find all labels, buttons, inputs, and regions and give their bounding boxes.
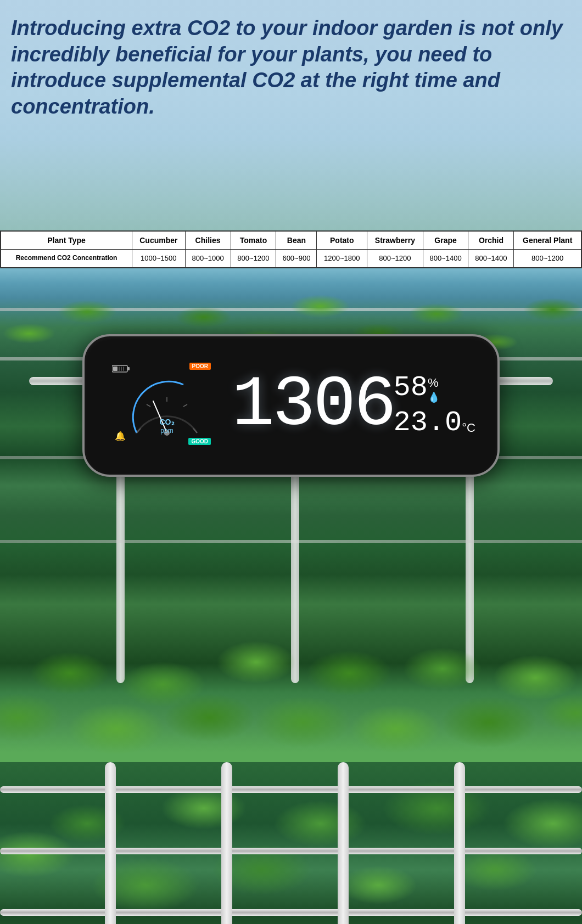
svg-text:CO₂: CO₂ <box>160 418 175 426</box>
val-orchid: 800~1400 <box>468 250 514 268</box>
co2-table: Plant Type Cucumber Chilies Tomato Bean … <box>0 230 582 268</box>
humidity-unit: % 💧 <box>428 376 440 403</box>
row-label: Recommend CO2 Concentration <box>1 250 132 268</box>
humidity-section: 58 % 💧 <box>393 374 475 403</box>
co2-device: CO₂ ppm POOR GOOD 🔔 1306 58 <box>82 334 500 477</box>
temperature-section: 23.0 °C <box>393 409 475 437</box>
val-chilies: 800~1000 <box>185 250 231 268</box>
device-gauge-section: CO₂ ppm POOR GOOD 🔔 <box>107 362 227 449</box>
header-text: Introducing extra CO2 to your indoor gar… <box>11 15 571 120</box>
col-general: General Plant <box>514 231 581 250</box>
val-strawberry: 800~1200 <box>367 250 423 268</box>
col-potato: Potato <box>317 231 367 250</box>
val-bean: 600~900 <box>276 250 317 268</box>
col-tomato: Tomato <box>231 231 276 250</box>
device-secondary-readings: 58 % 💧 23.0 °C <box>393 374 475 437</box>
col-plant-type: Plant Type <box>1 231 132 250</box>
header-section: Introducing extra CO2 to your indoor gar… <box>0 0 582 230</box>
col-orchid: Orchid <box>468 231 514 250</box>
col-bean: Bean <box>276 231 317 250</box>
poor-badge: POOR <box>189 363 211 370</box>
col-grape: Grape <box>423 231 468 250</box>
device-main-reading: 1306 <box>227 370 399 441</box>
good-badge: GOOD <box>188 438 211 445</box>
pipes-overlay <box>0 762 582 924</box>
table-section: Plant Type Cucumber Chilies Tomato Bean … <box>0 230 582 268</box>
svg-rect-4 <box>121 367 122 371</box>
bell-icon: 🔔 <box>115 431 126 441</box>
pipe-2 <box>0 848 582 854</box>
device-body: CO₂ ppm POOR GOOD 🔔 1306 58 <box>82 334 500 477</box>
val-cucumber: 1000~1500 <box>132 250 186 268</box>
droplet-icon: 💧 <box>428 391 440 403</box>
svg-line-9 <box>183 404 187 407</box>
percent-symbol: % <box>428 376 440 390</box>
col-chilies: Chilies <box>185 231 231 250</box>
svg-rect-3 <box>119 367 120 371</box>
co2-reading: 1306 <box>232 370 394 441</box>
val-potato: 1200~1800 <box>317 250 367 268</box>
lettuce-foreground <box>0 885 582 924</box>
val-grape: 800~1400 <box>423 250 468 268</box>
temperature-value: 23.0 <box>393 409 462 437</box>
val-general: 800~1200 <box>514 250 581 268</box>
garden-section: CO₂ ppm POOR GOOD 🔔 1306 58 <box>0 268 582 762</box>
gauge-dial: CO₂ ppm POOR GOOD <box>123 362 211 449</box>
svg-line-7 <box>147 404 150 407</box>
svg-rect-2 <box>113 367 117 371</box>
val-tomato: 800~1200 <box>231 250 276 268</box>
pipe-1 <box>0 786 582 793</box>
lower-garden-section <box>0 762 582 924</box>
col-cucumber: Cucumber <box>132 231 186 250</box>
temperature-unit: °C <box>462 421 475 435</box>
col-strawberry: Strawberry <box>367 231 423 250</box>
svg-text:ppm: ppm <box>160 427 173 435</box>
